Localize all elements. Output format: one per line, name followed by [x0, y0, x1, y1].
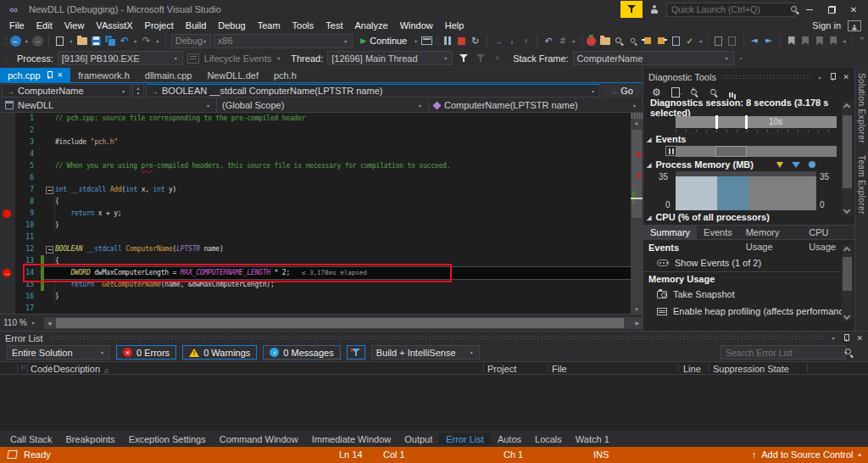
- paste-history-icon[interactable]: [672, 36, 680, 46]
- code-line-1[interactable]: 1// pch.cpp: source file corresponding t…: [0, 113, 631, 125]
- events-track[interactable]: [643, 145, 854, 159]
- messages-toggle-button[interactable]: i 0 Messages: [263, 345, 340, 360]
- line-indicator[interactable]: Ln 14: [339, 449, 363, 460]
- code-line-13[interactable]: 13{: [0, 255, 631, 267]
- diag-tab-cpu-usage[interactable]: CPU Usage: [802, 226, 854, 239]
- graphs-scrollbar[interactable]: [842, 102, 853, 215]
- save-all-icon[interactable]: [105, 36, 115, 46]
- code-line-2[interactable]: 2: [0, 125, 631, 137]
- glyph-margin[interactable]: [0, 279, 15, 291]
- step-out-icon[interactable]: ↑: [520, 34, 532, 47]
- tool-tab-output[interactable]: Output: [398, 433, 439, 445]
- prev-bookmark-icon[interactable]: [802, 36, 809, 45]
- tool-tab-command-window[interactable]: Command Window: [213, 433, 305, 445]
- error-search-input[interactable]: [721, 348, 844, 358]
- code-line-16[interactable]: 16}: [0, 291, 631, 303]
- add-to-source-control-button[interactable]: ↑ Add to Source Control ▴: [752, 449, 861, 460]
- column-header-project[interactable]: Project: [487, 363, 516, 375]
- scroll-up-icon[interactable]: [843, 247, 850, 254]
- glyph-margin[interactable]: [0, 208, 15, 220]
- indent-icon[interactable]: ⇥: [749, 34, 761, 47]
- tab-framework-h[interactable]: framework.h: [70, 68, 137, 82]
- va-caret-icon[interactable]: ▾: [698, 38, 704, 44]
- create-declaration-icon[interactable]: [715, 36, 722, 46]
- step-over-icon[interactable]: →: [492, 34, 504, 47]
- va-definition-combo[interactable]: → BOOLEAN __stdcall ComputerName(LPTSTR …: [146, 84, 600, 98]
- tool-tab-exception-settings[interactable]: Exception Settings: [122, 433, 213, 445]
- memory-section-header[interactable]: ◢ Process Memory (MB): [643, 159, 854, 170]
- procbar-grip[interactable]: [3, 53, 8, 64]
- process-combo[interactable]: [9136] PB190.EXE▾: [58, 51, 183, 65]
- code-line-17[interactable]: 17: [0, 303, 631, 314]
- va-open-file-icon[interactable]: [600, 37, 610, 45]
- comment-icon[interactable]: ”: [856, 34, 868, 47]
- tool-tab-call-stack[interactable]: Call Stack: [3, 433, 59, 445]
- collapse-icon[interactable]: [46, 246, 53, 254]
- tab-pch-h[interactable]: pch.h: [266, 68, 304, 82]
- menu-item-vassistx[interactable]: VAssistX: [90, 19, 138, 32]
- side-tab-solution-explorer[interactable]: Solution Explorer: [857, 73, 866, 143]
- menu-item-view[interactable]: View: [58, 19, 91, 32]
- close-button[interactable]: ✕: [846, 0, 861, 19]
- vassistx-icon[interactable]: [587, 36, 596, 46]
- summary-scrollbar[interactable]: [842, 245, 853, 321]
- glyph-margin[interactable]: [0, 232, 15, 243]
- code-line-14[interactable]: →14 DWORD dwMaxComputerLength = MAX_COMP…: [0, 267, 631, 279]
- error-list-body[interactable]: [0, 375, 868, 431]
- va-spinner[interactable]: ▲▼: [132, 84, 144, 98]
- toolbar-grip[interactable]: [3, 36, 8, 47]
- member-combo[interactable]: ComputerName(LPTSTR name) ▾: [429, 98, 643, 112]
- export-icon[interactable]: [671, 87, 680, 98]
- scroll-right-icon[interactable]: ▶: [635, 320, 639, 326]
- editor-vertical-scrollbar[interactable]: ▲ ▼: [631, 113, 643, 314]
- glyph-margin[interactable]: [0, 113, 15, 125]
- code-line-11[interactable]: 11: [0, 232, 631, 243]
- column-indicator[interactable]: Col 1: [383, 449, 405, 460]
- zoom-in-icon[interactable]: +: [690, 88, 699, 98]
- bookmark-caret-icon[interactable]: ▾: [842, 38, 847, 44]
- bookmark-icon[interactable]: [788, 36, 795, 45]
- column-header-code[interactable]: Code: [31, 363, 53, 375]
- outdent-icon[interactable]: ⇤: [763, 34, 775, 47]
- project-scope-combo[interactable]: NewDLL ▾: [0, 98, 217, 112]
- attach-process-icon[interactable]: [421, 36, 432, 45]
- errors-toggle-button[interactable]: ✕ 0 Errors: [116, 345, 176, 360]
- selection-handle-left[interactable]: [715, 115, 718, 129]
- stop-debugging-icon[interactable]: [458, 37, 465, 45]
- menu-item-help[interactable]: Help: [439, 19, 470, 32]
- severity-column-icon[interactable]: ⚐: [20, 364, 26, 371]
- close-icon[interactable]: ✕: [856, 334, 863, 343]
- find-references-icon[interactable]: [630, 37, 637, 45]
- error-list-title[interactable]: Error List ▾ ✕: [0, 332, 868, 343]
- side-tab-team-explorer[interactable]: Team Explorer: [857, 155, 866, 215]
- tool-tab-immediate-window[interactable]: Immediate Window: [305, 433, 398, 445]
- feedback-icon[interactable]: [649, 5, 659, 14]
- scroll-up-icon[interactable]: ▲: [631, 119, 643, 127]
- selection-handle-right[interactable]: [745, 115, 748, 129]
- code-line-3[interactable]: 3#include "pch.h": [0, 137, 631, 148]
- close-icon[interactable]: ✕: [843, 73, 849, 81]
- new-file-caret-icon[interactable]: ▾: [69, 38, 74, 44]
- code-line-7[interactable]: 7int __stdcall Add(int x, int y): [0, 184, 631, 196]
- continue-caret-icon[interactable]: ▾: [413, 38, 418, 44]
- tab-newdll-def[interactable]: NewDLL.def: [199, 68, 266, 82]
- navigate-forward-icon[interactable]: →: [32, 36, 43, 47]
- tool-tab-autos[interactable]: Autos: [491, 433, 528, 445]
- undo-caret-icon[interactable]: ▾: [133, 38, 138, 44]
- va-symbol-combo[interactable]: → ComputerName ▾: [2, 84, 131, 98]
- diagnostic-tools-title[interactable]: Diagnostic Tools ▾ ✕: [643, 70, 854, 84]
- column-separator[interactable]: [807, 364, 808, 372]
- refactor-left-icon[interactable]: [644, 37, 651, 44]
- menu-item-tools[interactable]: Tools: [287, 19, 320, 32]
- gear-icon[interactable]: ⚙: [652, 86, 661, 98]
- splitter-handle[interactable]: [631, 113, 643, 119]
- warnings-toggle-button[interactable]: ! 0 Warnings: [182, 345, 257, 360]
- editor-zoom-combo[interactable]: 110 %▾: [0, 318, 44, 327]
- error-list-search-box[interactable]: ▾: [721, 345, 846, 360]
- column-header-line[interactable]: Line: [683, 363, 701, 375]
- glyph-margin[interactable]: [0, 291, 15, 303]
- redo-caret-icon[interactable]: ▾: [155, 38, 160, 44]
- thread-combo[interactable]: [12696] Main Thread▾: [327, 51, 453, 65]
- close-icon[interactable]: ✕: [58, 71, 64, 79]
- panel-menu-caret-icon[interactable]: ▾: [830, 335, 836, 341]
